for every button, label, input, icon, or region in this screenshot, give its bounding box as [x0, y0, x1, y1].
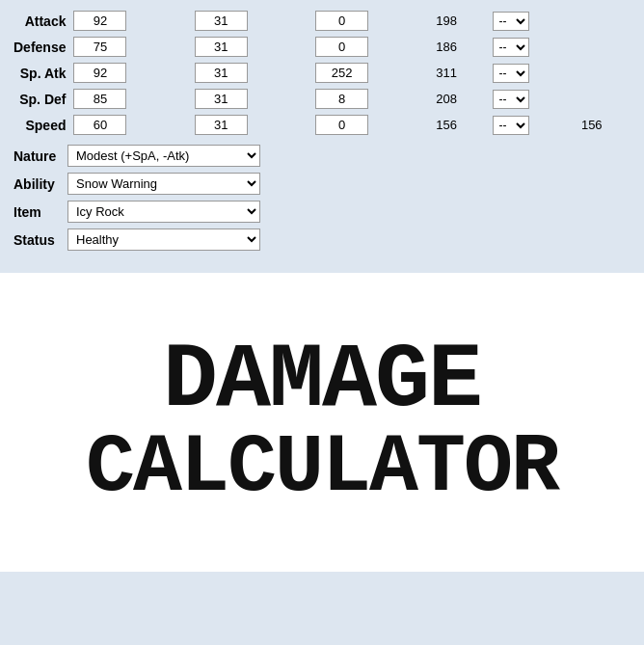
stat-base-input-0[interactable] [73, 11, 126, 31]
stat-iv-input-3[interactable] [195, 89, 248, 109]
ability-label: Ability [10, 176, 67, 192]
stat-base-input-4[interactable] [73, 115, 126, 135]
stat-total-3: 208 [432, 86, 489, 112]
stat-total-4: 156 [432, 112, 489, 138]
info-section: Nature Modest (+SpA, -Atk)AdamantTimidBo… [10, 142, 634, 254]
stat-row-speed: Speed156--+1+2+3+4+5+6-1-2-3-4-5-6156 [10, 112, 634, 138]
stat-label-0: Attack [10, 8, 69, 34]
stat-modifier-select-2[interactable]: --+1+2+3+4+5+6-1-2-3-4-5-6 [493, 64, 529, 83]
item-label: Item [10, 204, 67, 220]
stat-row-defense: Defense186--+1+2+3+4+5+6-1-2-3-4-5-6 [10, 34, 634, 60]
stat-iv-input-4[interactable] [195, 115, 248, 135]
stat-total-1: 186 [432, 34, 489, 60]
stat-modifier-select-3[interactable]: --+1+2+3+4+5+6-1-2-3-4-5-6 [493, 90, 529, 109]
stat-extra-4: 156 [577, 112, 634, 138]
nature-label: Nature [10, 148, 67, 164]
bottom-section: DAMAGE CALCULATOR [0, 273, 644, 572]
stat-ev-input-0[interactable] [315, 11, 368, 31]
damage-calculator-title: DAMAGE CALCULATOR [86, 336, 558, 509]
stat-base-input-2[interactable] [73, 63, 126, 83]
stat-label-1: Defense [10, 34, 69, 60]
stat-base-input-3[interactable] [73, 89, 126, 109]
top-section: Attack198--+1+2+3+4+5+6-1-2-3-4-5-6Defen… [0, 0, 644, 263]
stat-ev-input-2[interactable] [315, 63, 368, 83]
status-label: Status [10, 232, 67, 248]
stat-modifier-select-4[interactable]: --+1+2+3+4+5+6-1-2-3-4-5-6 [493, 116, 529, 135]
stat-total-0: 198 [432, 8, 489, 34]
stat-base-input-1[interactable] [73, 37, 126, 57]
stat-iv-input-2[interactable] [195, 63, 248, 83]
stat-total-2: 311 [432, 60, 489, 86]
stat-ev-input-3[interactable] [315, 89, 368, 109]
ability-select[interactable]: Snow WarningSnow CloakSlush Rush [67, 173, 260, 195]
stat-modifier-select-1[interactable]: --+1+2+3+4+5+6-1-2-3-4-5-6 [493, 38, 529, 57]
stats-table: Attack198--+1+2+3+4+5+6-1-2-3-4-5-6Defen… [10, 8, 634, 138]
item-select[interactable]: Icy RockChoice SpecsLife OrbLeftovers [67, 201, 260, 223]
stat-label-4: Speed [10, 112, 69, 138]
status-select[interactable]: HealthyBurnedParalyzedPoisonedFrozenAsle… [67, 228, 260, 251]
stat-row-sp--atk: Sp. Atk311--+1+2+3+4+5+6-1-2-3-4-5-6 [10, 60, 634, 86]
status-row: Status HealthyBurnedParalyzedPoisonedFro… [10, 226, 634, 254]
stat-row-attack: Attack198--+1+2+3+4+5+6-1-2-3-4-5-6 [10, 8, 634, 34]
ability-row: Ability Snow WarningSnow CloakSlush Rush [10, 170, 634, 198]
stat-label-2: Sp. Atk [10, 60, 69, 86]
stat-label-3: Sp. Def [10, 86, 69, 112]
title-line2: CALCULATOR [86, 427, 558, 509]
nature-row: Nature Modest (+SpA, -Atk)AdamantTimidBo… [10, 142, 634, 170]
stat-row-sp--def: Sp. Def208--+1+2+3+4+5+6-1-2-3-4-5-6 [10, 86, 634, 112]
stat-iv-input-1[interactable] [195, 37, 248, 57]
nature-select[interactable]: Modest (+SpA, -Atk)AdamantTimidBoldJolly [67, 145, 260, 167]
stat-modifier-select-0[interactable]: --+1+2+3+4+5+6-1-2-3-4-5-6 [493, 12, 529, 31]
stat-ev-input-1[interactable] [315, 37, 368, 57]
stat-ev-input-4[interactable] [315, 115, 368, 135]
stat-iv-input-0[interactable] [195, 11, 248, 31]
item-row: Item Icy RockChoice SpecsLife OrbLeftove… [10, 198, 634, 226]
title-line1: DAMAGE [86, 336, 558, 427]
